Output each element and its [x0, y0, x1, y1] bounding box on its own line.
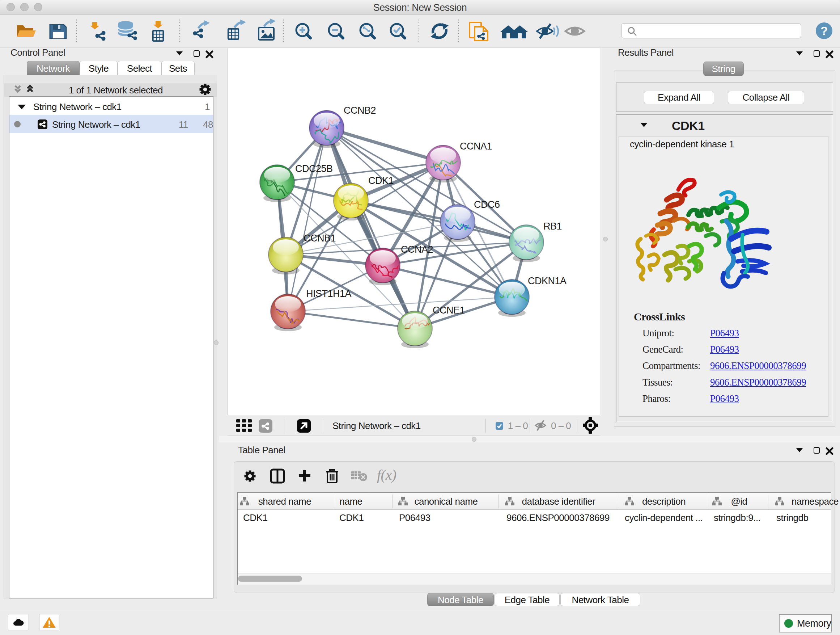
svg-text:CDK1: CDK1 — [368, 175, 393, 186]
svg-text:CDC25B: CDC25B — [295, 163, 333, 174]
svg-text:CCNA1: CCNA1 — [460, 141, 492, 152]
svg-text:CDC6: CDC6 — [474, 199, 500, 210]
svg-text:?: ? — [821, 24, 828, 38]
svg-text:RB1: RB1 — [543, 221, 562, 232]
svg-text:HIST1H1A: HIST1H1A — [306, 288, 352, 299]
svg-text:CCNB2: CCNB2 — [344, 105, 376, 116]
svg-text:CDKN1A: CDKN1A — [528, 276, 567, 287]
svg-text:CCNB1: CCNB1 — [303, 233, 336, 244]
svg-text:CCNA2: CCNA2 — [401, 244, 433, 255]
svg-text:CCNE1: CCNE1 — [433, 305, 465, 316]
